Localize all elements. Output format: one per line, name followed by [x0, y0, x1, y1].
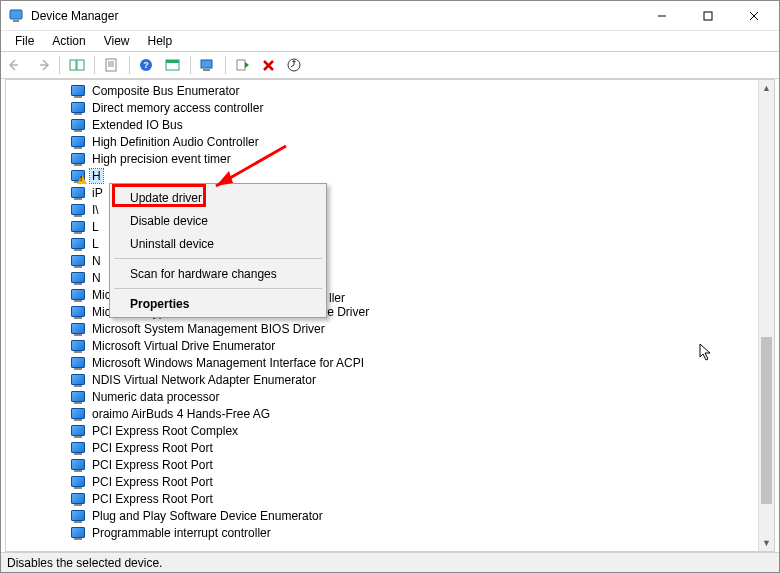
show-hide-console-button[interactable] [66, 54, 88, 76]
tree-item-label: PCI Express Root Port [90, 458, 215, 472]
tree-item[interactable]: Microsoft System Management BIOS Driver [10, 320, 758, 337]
device-icon [70, 407, 86, 421]
action-button[interactable] [162, 54, 184, 76]
context-menu: Update driver Disable device Uninstall d… [109, 183, 327, 318]
tree-item-label: N [90, 254, 103, 268]
toolbar-separator [225, 56, 226, 74]
uninstall-device-button[interactable] [258, 54, 280, 76]
tree-item[interactable]: Microsoft Virtual Drive Enumerator [10, 337, 758, 354]
forward-button[interactable] [31, 54, 53, 76]
context-item-label: Update driver [130, 191, 202, 205]
device-icon [70, 288, 86, 302]
status-bar: Disables the selected device. [1, 552, 779, 572]
scroll-down-button[interactable]: ▼ [759, 535, 774, 551]
svg-rect-3 [704, 12, 712, 20]
tree-item[interactable]: PCI Express Root Port [10, 490, 758, 507]
tree-item-label: H [90, 169, 103, 183]
context-separator [114, 258, 322, 259]
svg-rect-17 [203, 69, 210, 71]
context-update-driver[interactable]: Update driver [112, 186, 324, 209]
tree-item[interactable]: PCI Express Root Complex [10, 422, 758, 439]
context-item-label: Uninstall device [130, 237, 214, 251]
tree-item[interactable]: H [10, 167, 758, 184]
title-bar: Device Manager [1, 1, 779, 31]
tree-item[interactable]: PCI Express Root Port [10, 456, 758, 473]
tree-item[interactable]: Extended IO Bus [10, 116, 758, 133]
context-item-label: Disable device [130, 214, 208, 228]
tree-item[interactable]: Composite Bus Enumerator [10, 82, 758, 99]
device-icon [70, 373, 86, 387]
menu-file[interactable]: File [7, 33, 42, 49]
tree-item[interactable]: Plug and Play Software Device Enumerator [10, 507, 758, 524]
tree-item[interactable]: NDIS Virtual Network Adapter Enumerator [10, 371, 758, 388]
scroll-track[interactable] [759, 96, 774, 535]
tree-item[interactable]: oraimo AirBuds 4 Hands-Free AG [10, 405, 758, 422]
device-icon [70, 118, 86, 132]
tree-item[interactable]: PCI Express Root Port [10, 439, 758, 456]
tree-item-label: High precision event timer [90, 152, 233, 166]
tree-item[interactable]: Programmable interrupt controller [10, 524, 758, 541]
close-button[interactable] [731, 1, 777, 31]
svg-rect-0 [10, 10, 22, 19]
tree-item-label: Plug and Play Software Device Enumerator [90, 509, 325, 523]
scroll-thumb[interactable] [761, 337, 772, 504]
device-icon [70, 492, 86, 506]
device-icon [70, 356, 86, 370]
device-icon [70, 339, 86, 353]
svg-rect-16 [201, 60, 212, 68]
tree-item[interactable]: Microsoft Windows Management Interface f… [10, 354, 758, 371]
device-icon [70, 152, 86, 166]
device-icon [70, 322, 86, 336]
menu-view[interactable]: View [96, 33, 138, 49]
minimize-button[interactable] [639, 1, 685, 31]
tree-item-label: Numeric data processor [90, 390, 221, 404]
tree-item[interactable]: Numeric data processor [10, 388, 758, 405]
svg-rect-18 [237, 60, 245, 70]
menu-action[interactable]: Action [44, 33, 93, 49]
device-icon [70, 271, 86, 285]
svg-text:?: ? [143, 60, 149, 70]
tree-item[interactable]: PCI Express Root Port [10, 473, 758, 490]
context-scan-hardware[interactable]: Scan for hardware changes [112, 262, 324, 285]
tree-item-label: oraimo AirBuds 4 Hands-Free AG [90, 407, 272, 421]
tree-item[interactable]: Direct memory access controller [10, 99, 758, 116]
vertical-scrollbar[interactable]: ▲ ▼ [758, 80, 774, 551]
context-disable-device[interactable]: Disable device [112, 209, 324, 232]
device-icon [70, 203, 86, 217]
device-icon [70, 526, 86, 540]
obscured-tree-label-tail: ller [329, 291, 345, 305]
help-button[interactable]: ? [136, 54, 158, 76]
tree-item-label: Extended IO Bus [90, 118, 185, 132]
warning-icon [77, 175, 87, 184]
enable-device-button[interactable] [232, 54, 254, 76]
tree-item-label: PCI Express Root Complex [90, 424, 240, 438]
tree-item[interactable]: High Definition Audio Controller [10, 133, 758, 150]
tree-item-label: PCI Express Root Port [90, 475, 215, 489]
tree-item-label: Microsoft System Management BIOS Driver [90, 322, 327, 336]
tree-item-label: PCI Express Root Port [90, 492, 215, 506]
scroll-up-button[interactable]: ▲ [759, 80, 774, 96]
menu-help[interactable]: Help [140, 33, 181, 49]
device-icon [70, 237, 86, 251]
svg-rect-1 [13, 20, 19, 22]
window-title: Device Manager [31, 9, 118, 23]
back-button[interactable] [5, 54, 27, 76]
device-icon [70, 220, 86, 234]
tree-item-label: L [90, 237, 101, 251]
device-icon [70, 254, 86, 268]
device-icon [70, 509, 86, 523]
device-icon [70, 135, 86, 149]
scan-hardware-button[interactable] [197, 54, 219, 76]
tree-item[interactable]: High precision event timer [10, 150, 758, 167]
maximize-button[interactable] [685, 1, 731, 31]
svg-rect-7 [77, 60, 84, 70]
update-driver-button[interactable] [284, 54, 306, 76]
svg-rect-15 [166, 60, 179, 63]
context-properties[interactable]: Properties [112, 292, 324, 315]
toolbar-separator [94, 56, 95, 74]
context-uninstall-device[interactable]: Uninstall device [112, 232, 324, 255]
device-icon [70, 390, 86, 404]
properties-button[interactable] [101, 54, 123, 76]
tree-item-label: Direct memory access controller [90, 101, 265, 115]
tree-item-label: Microsoft Windows Management Interface f… [90, 356, 366, 370]
